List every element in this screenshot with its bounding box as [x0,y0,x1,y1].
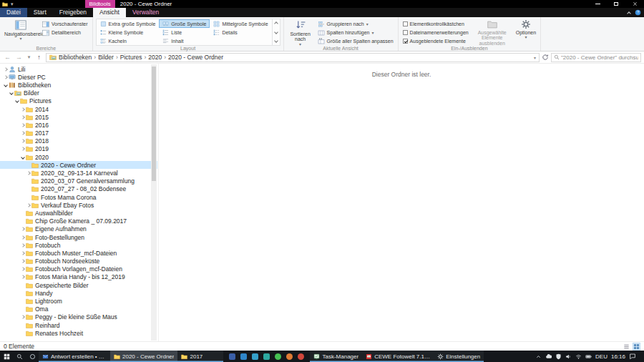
chevron-right-icon[interactable] [19,260,26,263]
breadcrumb-separator-icon[interactable]: › [164,54,166,61]
chevron-right-icon[interactable] [19,315,26,318]
chevron-down-icon[interactable] [2,84,9,87]
tab-start[interactable]: Start [27,8,53,17]
chevron-right-icon[interactable] [19,236,26,239]
language-indicator[interactable]: DEU [595,353,608,360]
gallery-more-button[interactable] [273,36,280,45]
tree-item-handy[interactable]: Handy [0,289,157,297]
tree-item-fotobuch-nordseeküste[interactable]: Fotobuch Nordseeküste [0,258,157,265]
tree-item-bibliotheken[interactable]: Bibliotheken [0,81,157,89]
preview-pane-button[interactable]: Vorschaufenster [41,20,89,28]
tree-item-2020[interactable]: 2020 [0,153,157,161]
details-view-toggle[interactable] [623,343,630,351]
tree-item-renates-hochzeit[interactable]: Renates Hochzeit [0,329,157,337]
chevron-right-icon[interactable] [19,252,26,255]
tree-item-gespeicherte-bilder[interactable]: Gespeicherte Bilder [0,281,157,289]
clock[interactable]: 16:16 [611,353,625,360]
chevron-right-icon[interactable] [19,147,26,150]
tree-item-auswahlbilder[interactable]: Auswahlbilder [0,209,157,217]
tree-item-bilder[interactable]: Bilder [0,89,157,97]
refresh-icon[interactable] [542,54,549,61]
volume-icon[interactable] [565,353,572,360]
layout-option-details[interactable]: Details [210,28,271,36]
chevron-right-icon[interactable] [2,76,9,79]
chevron-right-icon[interactable] [25,204,31,207]
battery-icon[interactable] [585,353,592,360]
layout-option-extra-große-symbole[interactable]: Extra große Symbole [97,19,160,28]
breadcrumb-segment-2020[interactable]: 2020 [148,54,162,61]
checkbox-dateinamenerweiterungen[interactable]: Dateinamenerweiterungen [401,29,470,36]
taskbar-app-5-icon[interactable] [275,353,281,360]
up-button[interactable]: ↑ [34,54,44,61]
sidebar-scrollbar[interactable] [151,64,157,341]
hide-selected-button[interactable]: Ausgewählte Elemente ausblenden [472,19,512,47]
checkbox-icon[interactable] [403,39,408,44]
file-list-area[interactable]: Dieser Ordner ist leer. [158,64,644,341]
tree-item-fotos-mama-corona[interactable]: Fotos Mama Corona [0,193,157,201]
close-button[interactable] [625,0,644,8]
gallery-scroll-up-button[interactable] [273,19,280,28]
cloud-icon[interactable] [545,353,552,360]
taskbar-button-antwort-erstellen-ce[interactable]: Antwort erstellen • CE... [39,351,110,362]
chevron-right-icon[interactable] [25,172,31,175]
chevron-down-icon[interactable] [19,156,26,159]
tree-item-2020-07-27-08-02-bodensee[interactable]: 2020_07_27 - 08_02 Bodensee [0,185,157,193]
checkbox-elementkontrollkästchen[interactable]: Elementkontrollkästchen [401,20,470,28]
help-icon[interactable]: ? [635,9,641,16]
tree-item-pictures[interactable]: Pictures [0,97,157,105]
chevron-right-icon[interactable] [19,275,26,278]
search-input[interactable] [561,54,638,61]
options-button[interactable]: Optionen ▾ [514,19,537,40]
tree-item-2015[interactable]: 2015 [0,113,157,121]
tree-item-chip-große-kamera-07-09-2017[interactable]: Chip Große Kamera _ 07.09.2017 [0,217,157,225]
tree-item-lightroom[interactable]: Lightroom [0,297,157,305]
tree-item-fotobuch[interactable]: Fotobuch [0,241,157,249]
chevron-right-icon[interactable] [19,132,26,134]
tree-item-lili[interactable]: Lili [0,65,157,73]
taskbar-app-7-icon[interactable] [298,353,304,360]
taskbar-button-2017[interactable]: 2017 [177,351,223,362]
chevron-up-icon[interactable] [535,353,542,360]
layout-option-kacheln[interactable]: Kacheln [97,36,160,45]
back-button[interactable]: ← [3,54,12,61]
chevron-down-icon[interactable] [14,99,20,102]
breadcrumb-separator-icon[interactable]: › [94,54,96,61]
history-dropdown-icon[interactable]: ▾ [26,54,32,60]
tree-item-fotos-maria-handy-bis-12-2019[interactable]: Fotos Maria Handy - bis 12_2019 [0,273,157,281]
start-button[interactable] [0,351,13,362]
chevron-right-icon[interactable] [19,108,26,111]
tree-item-2019[interactable]: 2019 [0,145,157,153]
checkbox-icon[interactable] [403,21,408,26]
cortana-button[interactable] [26,351,39,362]
tree-item-2014[interactable]: 2014 [0,105,157,113]
size-columns-button[interactable]: Größe aller Spalten anpassen [316,37,395,45]
chevron-right-icon[interactable] [19,268,26,270]
tree-item-fotobuch-vorlagen-mcf-dateien[interactable]: Fotobuch Vorlagen_mcf-Dateien [0,265,157,273]
tree-item-2020-cewe-ordner[interactable]: 2020 - Cewe Ordner [0,161,157,169]
tree-item-eigene-aufnahmen[interactable]: Eigene Aufnahmen [0,225,157,233]
tree-item-2017[interactable]: 2017 [0,129,157,137]
group-by-button[interactable]: Gruppieren nach ▾ [316,20,395,28]
address-dropdown-icon[interactable]: ▾ [534,55,536,60]
chevron-right-icon[interactable] [19,140,26,142]
tab-freigeben[interactable]: Freigeben [53,8,93,17]
navigation-pane-button[interactable]: Navigationsbereich ▾ [3,19,39,41]
tree-item-fotobuch-muster-mcf-dateien[interactable]: Fotobuch Muster_mcf-Dateien [0,249,157,257]
taskbar-app-3-icon[interactable] [252,353,258,360]
tab-datei[interactable]: Datei [0,8,27,17]
breadcrumb-bar[interactable]: Bibliotheken›Bilder›Pictures›2020›2020 -… [46,53,540,62]
sort-by-button[interactable]: Sortieren nach ▾ [287,19,314,47]
tree-item-2016[interactable]: 2016 [0,121,157,129]
chevron-right-icon[interactable] [19,244,26,247]
taskbar-app-1-icon[interactable] [229,353,235,360]
chevron-down-icon[interactable] [8,92,14,94]
layout-option-liste[interactable]: Liste [159,28,210,36]
taskbar-app-6-icon[interactable] [286,353,293,360]
maximize-button[interactable] [607,0,625,8]
tree-item-dieser-pc[interactable]: Dieser PC [0,73,157,81]
chevron-right-icon[interactable] [19,124,26,127]
tree-item-2020-03-07-generalversammlung[interactable]: 2020_03_07 Generalversammlung [0,177,157,185]
checkbox-icon[interactable] [403,30,408,35]
breadcrumb-segment-2020-cewe-ordner[interactable]: 2020 - Cewe Ordner [168,54,223,61]
tree-item-peggy-die-kleine-süße-maus[interactable]: Peggy - Die kleine Süße Maus [0,313,157,321]
